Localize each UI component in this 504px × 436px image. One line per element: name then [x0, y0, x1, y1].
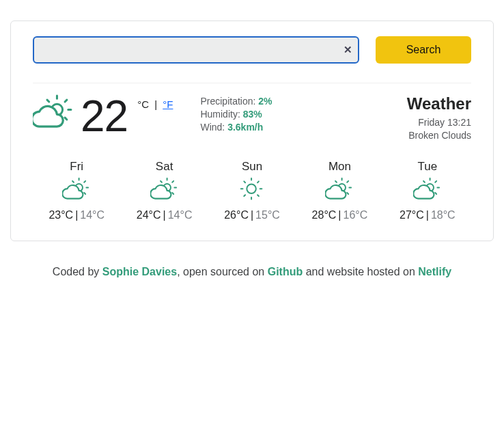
search-box: ✕ — [33, 36, 359, 64]
footer: Coded by Sophie Davies, open sourced on … — [0, 254, 504, 290]
forecast-temps: 28°C|16°C — [312, 209, 368, 221]
weather-heading: Weather — [407, 94, 471, 113]
forecast-high: 24°C — [137, 209, 161, 221]
forecast-low: 18°C — [431, 209, 456, 221]
forecast-temps: 27°C|18°C — [400, 209, 456, 221]
forecast-day-name: Mon — [328, 160, 351, 174]
forecast-low: 14°C — [168, 209, 193, 221]
stat-precipitation: Precipitation: 2% — [200, 96, 272, 107]
current-right: Weather Friday 13:21 Broken Clouds — [407, 94, 471, 142]
forecast-low: 14°C — [80, 209, 104, 221]
stat-wind: Wind: 3.6km/h — [200, 122, 272, 133]
forecast-sep: | — [251, 209, 253, 221]
footer-text-1: Coded by — [53, 266, 102, 277]
forecast-weather-icon — [62, 178, 91, 205]
search-input[interactable] — [33, 36, 359, 64]
forecast-day-name: Tue — [417, 160, 437, 174]
stat-wind-value: 3.6km/h — [227, 122, 263, 133]
weather-description: Broken Clouds — [407, 129, 471, 142]
forecast-day: Sun26°C|15°C — [208, 160, 296, 221]
forecast-weather-icon — [413, 178, 442, 205]
forecast-row: Fri23°C|14°CSat24°C|14°CSun26°C|15°CMon2… — [33, 160, 471, 221]
forecast-temps: 24°C|14°C — [137, 209, 193, 221]
forecast-high: 26°C — [224, 209, 249, 221]
forecast-low: 16°C — [344, 209, 368, 221]
stat-precip-value: 2% — [258, 96, 272, 107]
clear-input-icon[interactable]: ✕ — [344, 44, 352, 56]
unit-celsius[interactable]: °C — [137, 98, 149, 110]
forecast-day: Sat24°C|14°C — [120, 160, 208, 221]
stat-humidity-value: 83% — [243, 109, 262, 120]
current-weather: 22 °C | °F Precipitation: 2% Humidity: 8… — [33, 83, 471, 142]
stat-wind-label: Wind: — [200, 122, 225, 133]
forecast-high: 27°C — [400, 209, 424, 221]
forecast-sep: | — [163, 209, 166, 221]
forecast-day: Mon28°C|16°C — [296, 160, 383, 221]
forecast-sep: | — [338, 209, 341, 221]
forecast-high: 28°C — [312, 209, 337, 221]
current-left: 22 °C | °F Precipitation: 2% Humidity: 8… — [33, 94, 272, 138]
forecast-sep: | — [426, 209, 429, 221]
weather-datetime: Friday 13:21 — [407, 116, 471, 129]
stat-precip-label: Precipitation: — [200, 96, 255, 107]
forecast-day: Fri23°C|14°C — [33, 160, 120, 221]
unit-toggle: °C | °F — [137, 98, 173, 110]
weather-card: ✕ Search 22 °C | °F Precipitation: 2% Hu… — [10, 21, 494, 241]
unit-fahrenheit[interactable]: °F — [163, 98, 173, 110]
author-link[interactable]: Sophie Davies — [102, 266, 177, 277]
current-temperature: 22 — [81, 94, 128, 138]
search-row: ✕ Search — [33, 36, 471, 83]
forecast-day-name: Fri — [70, 160, 83, 174]
stat-humidity-label: Humidity: — [200, 109, 240, 120]
forecast-temps: 23°C|14°C — [48, 209, 104, 221]
forecast-sep: | — [75, 209, 78, 221]
github-link[interactable]: Github — [268, 266, 303, 277]
forecast-weather-icon — [325, 178, 354, 205]
forecast-temps: 26°C|15°C — [224, 209, 280, 221]
stat-humidity: Humidity: 83% — [200, 109, 272, 120]
current-stats: Precipitation: 2% Humidity: 83% Wind: 3.… — [200, 96, 272, 133]
forecast-high: 23°C — [48, 209, 73, 221]
netlify-link[interactable]: Netlify — [418, 266, 451, 277]
footer-text-3: and website hosted on — [303, 266, 418, 277]
forecast-low: 15°C — [255, 209, 280, 221]
unit-separator: | — [154, 98, 157, 110]
current-weather-icon — [33, 94, 74, 135]
forecast-day-name: Sat — [156, 160, 173, 174]
forecast-weather-icon — [238, 178, 266, 205]
forecast-weather-icon — [150, 178, 179, 205]
search-button[interactable]: Search — [376, 36, 471, 64]
forecast-day-name: Sun — [242, 160, 262, 174]
footer-text-2: , open sourced on — [177, 266, 268, 277]
forecast-day: Tue27°C|18°C — [384, 160, 471, 221]
